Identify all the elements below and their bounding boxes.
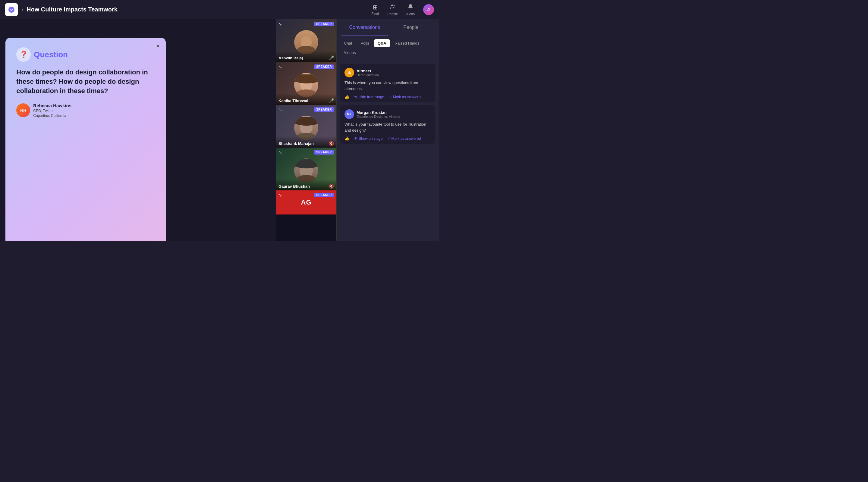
asker-info: Rebecca Hawkins CEO, Twitter Cupertino, … (33, 103, 71, 118)
qa-overlay-card: × ❓ Question How do people do design col… (5, 38, 165, 241)
asker-avatar: RH (16, 103, 30, 117)
app-logo[interactable] (5, 3, 18, 16)
hide-label: Hide from stage (359, 95, 384, 99)
show-label: Show on stage (359, 136, 382, 141)
speaker-video-4: ⤡ SPEAKER Gaurav Bhushan 🔇 (276, 148, 336, 190)
mark-answered-link-1[interactable]: ✓ Mark as answered (389, 95, 423, 99)
subtab-videos[interactable]: Videos (340, 49, 360, 57)
mark-label-1: Mark as answered (393, 95, 423, 99)
people-icon (390, 4, 396, 11)
speaker-name-3: Shashank Mahajan (278, 141, 314, 146)
expand-icon-5[interactable]: ⤡ (278, 193, 282, 198)
speaker-video-2: ⤡ SPEAKER Kanika Tibrewal 🎤 (276, 62, 336, 105)
expand-icon-3[interactable]: ⤡ (278, 107, 282, 112)
user-avatar[interactable]: J (423, 4, 434, 15)
people-nav-label: People (388, 12, 398, 16)
qm-sender-info-2: Morgan Krustan Experience Designer, Airm… (356, 110, 400, 118)
qa-messages-list: ⚠ Airmeet Demo question This is where yo… (337, 60, 439, 241)
speaker-mic-1: 🎤 (329, 56, 334, 60)
qm-actions-1: 👍 👁 Hide from stage ✓ Mark as answered (344, 95, 431, 99)
question-icon: ❓ (16, 47, 31, 62)
subtab-polls[interactable]: Polls (357, 39, 373, 47)
speakers-column: ⤡ SPEAKER Ashwin Bajaj 🎤 ⤡ SPEAKER Kanik… (276, 19, 336, 241)
user-initial: J (427, 7, 430, 12)
feed-icon: ⊞ (373, 4, 378, 11)
qa-question-text: How do people do design collaboration in… (16, 68, 155, 96)
close-button[interactable]: × (156, 42, 160, 50)
tab-conversations[interactable]: Conversations (341, 19, 388, 36)
qa-message-1: ⚠ Airmeet Demo question This is where yo… (340, 64, 435, 102)
expand-icon-4[interactable]: ⤡ (278, 150, 282, 155)
check-icon-2: ✓ (387, 136, 390, 141)
speaker-name-4: Gaurav Bhushan (278, 184, 310, 189)
speaker-name-1: Ashwin Bajaj (278, 56, 303, 60)
subtab-chat[interactable]: Chat (340, 39, 355, 47)
qm-text-1: This is where you can view questions fro… (344, 80, 431, 92)
mark-label-2: Mark as answered (391, 136, 421, 141)
nav-feed[interactable]: ⊞ Feed (372, 4, 379, 15)
speaker-mic-3: 🔇 (329, 141, 334, 146)
tab-people[interactable]: People (388, 19, 434, 36)
check-icon-1: ✓ (389, 95, 392, 99)
speaker-badge-3: SPEAKER (314, 107, 334, 112)
speaker-name-2: Kanika Tibrewal (278, 98, 308, 103)
speaker-badge-2: SPEAKER (314, 64, 334, 69)
qm-avatar-2: MK (344, 109, 354, 119)
hide-from-stage-link[interactable]: 👁 Hide from stage (354, 95, 384, 99)
qm-text-2: What is your favourite tool to use for I… (344, 121, 431, 133)
qm-role-1: Demo question (356, 73, 379, 77)
back-button[interactable]: ‹ (22, 6, 24, 13)
subtab-qa[interactable]: Q&A (374, 39, 390, 47)
alerts-icon (407, 4, 413, 11)
page-title: How Culture Impacts Teamwork (27, 6, 372, 13)
show-on-stage-link[interactable]: 👁 Show on stage (354, 136, 382, 141)
qm-like-1[interactable]: 👍 (344, 95, 349, 99)
qm-header-2: MK Morgan Krustan Experience Designer, A… (344, 109, 431, 119)
nav-right: ⊞ Feed People Alerts (372, 4, 434, 16)
expand-icon-1[interactable]: ⤡ (278, 22, 282, 27)
stage-area: × ❓ Question How do people do design col… (0, 19, 276, 241)
show-icon: 👁 (354, 136, 358, 141)
asker-location: Cupertino, California (33, 114, 71, 118)
subtab-raised-hands[interactable]: Raised Hands (391, 39, 423, 47)
nav-alerts[interactable]: Alerts (406, 4, 415, 16)
speaker-badge-4: SPEAKER (314, 150, 334, 155)
qm-like-2[interactable]: 👍 (344, 136, 349, 141)
qm-role-2: Experience Designer, Airmeet (356, 115, 400, 118)
alerts-label: Alerts (406, 12, 415, 16)
hide-icon: 👁 (354, 95, 358, 99)
panel-subtabs: Chat Polls Q&A Raised Hands Videos (337, 36, 439, 60)
speaker-video-3: ⤡ SPEAKER Shashank Mahajan 🔇 (276, 105, 336, 148)
expand-icon-2[interactable]: ⤡ (278, 64, 282, 69)
speaker-badge-5: SPEAKER (314, 193, 334, 197)
qm-header-1: ⚠ Airmeet Demo question (344, 68, 431, 77)
svg-point-1 (393, 4, 395, 6)
panel-tabs-top: Conversations People (337, 19, 439, 36)
user-avatar-img: J (423, 4, 434, 15)
asker-name: Rebecca Hawkins (33, 103, 71, 108)
speaker-name-bar-2: Kanika Tibrewal 🎤 (276, 93, 336, 105)
qa-asker: RH Rebecca Hawkins CEO, Twitter Cupertin… (16, 103, 155, 118)
speaker-badge-1: SPEAKER (314, 22, 334, 26)
feed-label: Feed (372, 12, 379, 15)
speaker-name-bar-3: Shashank Mahajan 🔇 (276, 136, 336, 148)
qm-sender-info-1: Airmeet Demo question (356, 69, 379, 77)
speaker-name-bar-1: Ashwin Bajaj 🎤 (276, 51, 336, 62)
speaker-video-1: ⤡ SPEAKER Ashwin Bajaj 🎤 (276, 19, 336, 62)
speaker-mic-4: 🔇 (329, 184, 334, 189)
nav-people[interactable]: People (388, 4, 398, 16)
mark-answered-link-2[interactable]: ✓ Mark as answered (387, 136, 421, 141)
qm-actions-2: 👍 👁 Show on stage ✓ Mark as answered (344, 136, 431, 141)
qm-avatar-1: ⚠ (344, 68, 354, 77)
speaker-name-bar-4: Gaurav Bhushan 🔇 (276, 179, 336, 190)
right-panel: Conversations People Chat Polls Q&A Rais… (336, 19, 439, 241)
top-nav: ‹ How Culture Impacts Teamwork ⊞ Feed Pe… (0, 0, 439, 19)
asker-role: CEO, Twitter (33, 109, 71, 113)
qm-name-2: Morgan Krustan (356, 110, 400, 115)
qa-message-2: MK Morgan Krustan Experience Designer, A… (340, 105, 435, 144)
qa-header: ❓ Question (16, 47, 155, 62)
main-content: × ❓ Question How do people do design col… (0, 19, 439, 241)
qa-section-title: Question (34, 50, 68, 59)
qm-name-1: Airmeet (356, 69, 379, 73)
svg-point-0 (391, 4, 393, 6)
